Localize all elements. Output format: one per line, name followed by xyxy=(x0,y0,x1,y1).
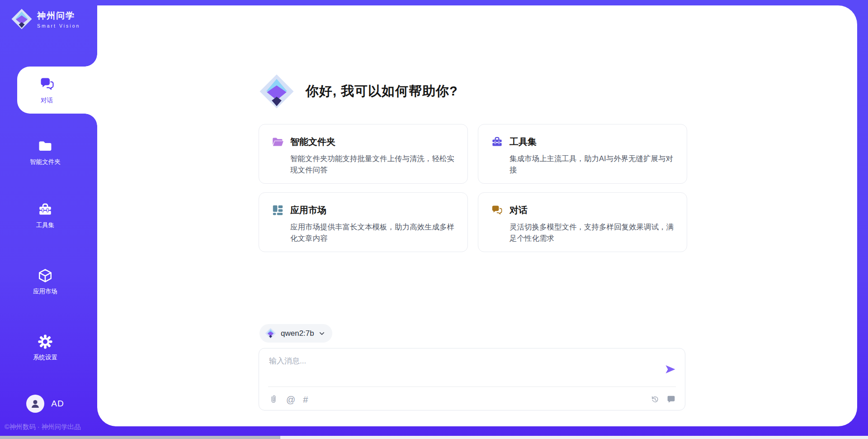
card-description: 智能文件夹功能支持批量文件上传与清洗，轻松实现文件问答 xyxy=(290,153,455,176)
message-input[interactable] xyxy=(269,356,644,382)
greeting: 你好, 我可以如何帮助你? xyxy=(259,73,458,110)
sidebar-item-label: 对话 xyxy=(41,96,53,105)
comment-icon xyxy=(666,395,676,404)
model-selector[interactable]: qwen2:7b xyxy=(259,324,332,343)
assistant-logo-icon xyxy=(259,73,295,110)
card-title: 对话 xyxy=(509,204,528,216)
card-chat[interactable]: 对话 灵活切换多模型文件，支持多样回复效果调试，满足个性化需求 xyxy=(478,192,687,252)
avatar xyxy=(26,395,44,413)
hashtag-button[interactable]: # xyxy=(303,395,308,404)
card-description: 应用市场提供丰富长文本模板，助力高效生成多样化文章内容 xyxy=(290,221,455,244)
folder-icon xyxy=(38,138,53,154)
composer-tools-left: @ # xyxy=(269,395,308,404)
feature-cards: 智能文件夹 智能文件夹功能支持批量文件上传与清洗，轻松实现文件问答 工具 xyxy=(259,124,687,252)
card-description: 集成市场上主流工具，助力AI与外界无缝扩展与对接 xyxy=(509,153,674,176)
brand-text: 神州问学 Smart Vision xyxy=(37,10,80,29)
model-logo-icon xyxy=(265,328,276,339)
sidebar-item-settings[interactable]: 系统设置 xyxy=(0,334,90,362)
greeting-title: 你好, 我可以如何帮助你? xyxy=(306,82,458,100)
toolbox-icon xyxy=(491,136,503,148)
sidebar-item-label: 智能文件夹 xyxy=(30,158,61,166)
card-header: 应用市场 xyxy=(272,204,455,216)
main-content: 你好, 我可以如何帮助你? 智能文件夹 智能文件夹功能支持批量文件上传与清洗，轻… xyxy=(97,5,857,426)
sidebar-item-label: 工具集 xyxy=(36,221,55,229)
message-composer: @ # xyxy=(259,348,685,410)
card-title: 智能文件夹 xyxy=(290,136,335,148)
card-title: 应用市场 xyxy=(290,204,326,216)
diamond-logo-icon xyxy=(11,8,33,30)
hash-icon: # xyxy=(303,395,308,404)
card-description: 灵活切换多模型文件，支持多样回复效果调试，满足个性化需求 xyxy=(509,221,674,244)
copyright-text: ©神州数码 · 神州问学出品 xyxy=(5,423,99,431)
card-header: 对话 xyxy=(491,204,674,216)
model-name: qwen2:7b xyxy=(281,329,314,338)
card-header: 智能文件夹 xyxy=(272,136,455,148)
folder-icon xyxy=(272,136,284,148)
sidebar-item-smart-folder[interactable]: 智能文件夹 xyxy=(0,138,90,166)
composer-divider xyxy=(268,387,676,387)
sidebar-item-app-market[interactable]: 应用市场 xyxy=(0,268,90,296)
grid-icon xyxy=(272,204,284,216)
card-app-market[interactable]: 应用市场 应用市场提供丰富长文本模板，助力高效生成多样化文章内容 xyxy=(259,192,468,252)
attach-button[interactable] xyxy=(269,395,278,404)
send-icon xyxy=(664,363,677,376)
sidebar: 神州问学 Smart Vision 对话 智能文件夹 xyxy=(0,0,97,439)
scrollbar-thumb[interactable] xyxy=(0,436,280,439)
card-title: 工具集 xyxy=(509,136,537,148)
cube-icon xyxy=(38,268,53,283)
person-icon xyxy=(30,398,41,409)
composer-tools-right xyxy=(650,395,676,404)
user-profile[interactable]: AD xyxy=(0,395,90,413)
chat-icon xyxy=(39,76,55,92)
horizontal-scrollbar[interactable] xyxy=(0,436,868,439)
history-button[interactable] xyxy=(650,395,660,404)
sidebar-item-chat[interactable]: 对话 xyxy=(17,67,97,114)
send-button[interactable] xyxy=(664,363,677,376)
paperclip-icon xyxy=(269,395,278,404)
brand-name: 神州问学 xyxy=(37,10,80,22)
user-name: AD xyxy=(51,399,64,409)
mention-button[interactable]: @ xyxy=(286,395,295,404)
brand-logo: 神州问学 Smart Vision xyxy=(11,8,80,30)
chevron-down-icon xyxy=(319,330,325,337)
history-icon xyxy=(650,395,660,404)
sidebar-item-label: 应用市场 xyxy=(33,287,57,296)
card-toolset[interactable]: 工具集 集成市场上主流工具，助力AI与外界无缝扩展与对接 xyxy=(478,124,687,184)
card-smart-folder[interactable]: 智能文件夹 智能文件夹功能支持批量文件上传与清洗，轻松实现文件问答 xyxy=(259,124,468,184)
toolbox-icon xyxy=(38,202,53,217)
sidebar-item-label: 系统设置 xyxy=(33,353,57,362)
brand-subtitle: Smart Vision xyxy=(37,23,80,29)
comment-button[interactable] xyxy=(666,395,676,404)
sidebar-item-toolset[interactable]: 工具集 xyxy=(0,202,90,229)
chat-icon xyxy=(491,204,503,216)
at-icon: @ xyxy=(286,395,295,404)
card-header: 工具集 xyxy=(491,136,674,148)
gear-icon xyxy=(38,334,53,349)
